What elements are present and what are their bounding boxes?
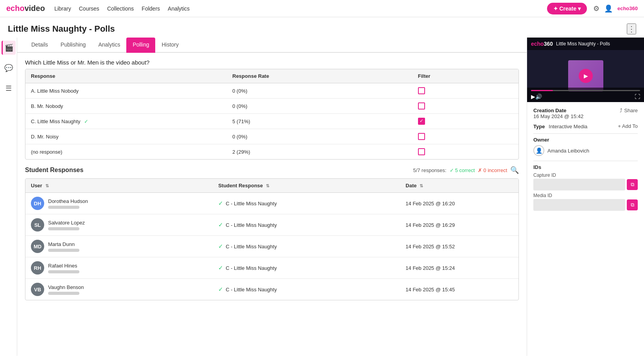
tab-publishing[interactable]: Publishing [54,38,92,53]
sidebar-icon-media[interactable]: 🎬 [2,41,16,55]
owner-avatar: 👤 [533,145,544,156]
col-header-rate: Response Rate [227,69,413,83]
tab-analytics[interactable]: Analytics [92,38,126,53]
video-preview: echo360 Little Miss Naughty - Polls ▶ 🔊 … [527,38,644,102]
media-id-field [533,199,625,211]
response-row: C. Little Miss Naughty ✓ 5 (71%) [25,114,518,129]
table-row: RH Rafael Hines ✓ C - Little Miss Naught… [25,257,518,279]
play-pause-button[interactable]: ▶ [531,93,535,100]
col-header-response: Response [25,69,227,83]
capture-id-field [533,179,625,190]
student-response-cell: ✓ C - Little Miss Naughty [213,257,400,279]
add-to-button[interactable]: + Add To [618,123,638,129]
progress-bar [531,90,640,91]
video-title: Little Miss Naughty - Polls [556,41,610,47]
tab-details[interactable]: Details [25,38,54,53]
nav-collections[interactable]: Collections [107,5,134,12]
sidebar-icon-list[interactable]: ☰ [2,81,16,95]
response-label: D. Mr. Noisy [31,134,59,140]
sort-response-icon[interactable]: ⇅ [266,183,269,188]
col-header-filter: Filter [413,69,518,83]
response-table: Response Response Rate Filter A. Little … [25,69,519,160]
response-cell: B. Mr. Nobody [25,99,227,114]
poll-question: Which Little Miss or Mr. Men is the vide… [17,53,527,69]
owner-name: Amanda Leibovich [547,148,589,154]
tab-history[interactable]: History [155,38,185,53]
response-row: (no response) 2 (29%) [25,144,518,160]
student-responses-section: Student Responses 5/7 responses: ✓ 5 cor… [25,166,519,300]
filter-cell[interactable] [413,99,518,114]
user-name: Marta Dunn [48,241,79,247]
filter-cell[interactable] [413,83,518,99]
col-header-user: User ⇅ [25,179,213,193]
response-row: A. Little Miss Nobody 0 (0%) [25,83,518,99]
main-layout: 🎬 💬 ☰ Details Publishing Analytics Polli… [0,38,644,356]
table-row: DH Dorothea Hudson ✓ C - Little Miss Nau… [25,193,518,214]
right-panel: echo360 Little Miss Naughty - Polls ▶ 🔊 … [527,38,644,356]
date-cell: 14 Feb 2025 @ 15:52 [400,236,518,257]
rate-cell: 0 (0%) [227,99,413,114]
settings-icon[interactable]: ⚙ [593,4,599,13]
share-button[interactable]: ⤴ Share [620,108,638,113]
topnav-right: ⚙ 👤 echo360 [593,4,638,13]
capture-id-label: Capture ID [533,172,638,178]
user-info: Salvatore Lopez [48,220,85,230]
date-cell: 14 Feb 2025 @ 15:24 [400,257,518,279]
table-row: MD Marta Dunn ✓ C - Little Miss Naughty … [25,236,518,257]
nav-analytics[interactable]: Analytics [168,5,190,12]
user-icon[interactable]: 👤 [604,4,613,13]
user-cell: RH Rafael Hines [25,257,213,279]
user-info: Rafael Hines [48,263,79,273]
table-row: VB Vaughn Benson ✓ C - Little Miss Naugh… [25,279,518,300]
correct-checkmark: ✓ [84,118,88,124]
tab-polling[interactable]: Polling [126,38,155,53]
copy-capture-id-button[interactable]: ⧉ [627,179,638,190]
filter-cell[interactable] [413,129,518,144]
filter-checkbox[interactable] [418,102,425,109]
filter-checkbox[interactable] [418,87,425,94]
filter-checkbox[interactable] [418,118,425,125]
video-controls: ▶ 🔊 ⛶ [527,88,644,102]
brand-label: echo360 [617,5,638,11]
more-options-button[interactable]: ⋮ [627,23,636,34]
volume-button[interactable]: 🔊 [535,93,542,100]
response-cell: A. Little Miss Nobody [25,83,227,99]
logo-echo: echo [6,4,25,13]
nav-library[interactable]: Library [54,5,71,12]
sort-date-icon[interactable]: ⇅ [420,183,423,188]
user-cell: DH Dorothea Hudson [25,193,213,214]
copy-media-id-button[interactable]: ⧉ [627,199,638,210]
correct-check: ✓ [218,200,223,207]
user-sub [48,227,79,230]
fullscreen-button[interactable]: ⛶ [635,93,640,100]
rate-cell: 2 (29%) [227,144,413,160]
page-header: Little Miss Naughty - Polls ⋮ [0,17,644,38]
search-button[interactable]: 🔍 [510,166,519,174]
type-value: Interactive Media [549,124,587,129]
sidebar-icon-comments[interactable]: 💬 [2,61,16,75]
correct-check: ✓ [218,264,223,271]
correct-check: ✓ [218,221,223,228]
date-cell: 14 Feb 2025 @ 16:20 [400,193,518,214]
avatar: MD [31,240,44,253]
create-button[interactable]: ✦ Create ▾ [547,3,587,14]
rate-cell: 0 (0%) [227,129,413,144]
video-header: echo360 Little Miss Naughty - Polls [527,38,644,50]
divider-1 [533,133,638,134]
user-name: Rafael Hines [48,263,79,269]
user-cell: SL Salvatore Lopez [25,214,213,236]
filter-checkbox[interactable] [418,133,425,140]
nav-courses[interactable]: Courses [79,5,99,12]
correct-count: ✓ 5 correct [450,167,475,173]
nav-folders[interactable]: Folders [142,5,160,12]
avatar: DH [31,197,44,210]
sort-user-icon[interactable]: ⇅ [45,183,49,188]
filter-cell[interactable] [413,144,518,160]
filter-cell[interactable] [413,114,518,129]
ids-title: IDs [533,164,638,170]
filter-checkbox[interactable] [418,148,425,155]
video-logo-echo: echo [531,41,544,47]
type-label: Type [533,124,545,129]
play-button[interactable] [579,69,593,83]
date-cell: 14 Feb 2025 @ 16:29 [400,214,518,236]
